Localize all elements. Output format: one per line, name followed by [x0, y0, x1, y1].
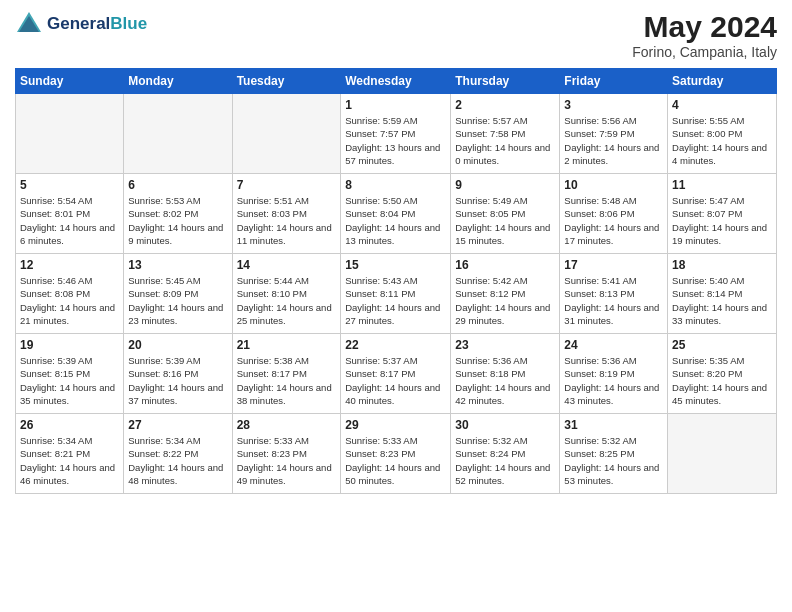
day-info: Sunrise: 5:59 AM Sunset: 7:57 PM Dayligh… [345, 114, 446, 167]
day-info: Sunrise: 5:49 AM Sunset: 8:05 PM Dayligh… [455, 194, 555, 247]
calendar-cell: 21Sunrise: 5:38 AM Sunset: 8:17 PM Dayli… [232, 334, 341, 414]
calendar-cell: 18Sunrise: 5:40 AM Sunset: 8:14 PM Dayli… [668, 254, 777, 334]
weekday-header: Tuesday [232, 69, 341, 94]
day-number: 5 [20, 178, 119, 192]
weekday-header: Saturday [668, 69, 777, 94]
calendar-cell [668, 414, 777, 494]
day-number: 22 [345, 338, 446, 352]
day-number: 26 [20, 418, 119, 432]
day-info: Sunrise: 5:32 AM Sunset: 8:24 PM Dayligh… [455, 434, 555, 487]
weekday-header: Thursday [451, 69, 560, 94]
day-info: Sunrise: 5:33 AM Sunset: 8:23 PM Dayligh… [237, 434, 337, 487]
day-info: Sunrise: 5:36 AM Sunset: 8:19 PM Dayligh… [564, 354, 663, 407]
day-number: 9 [455, 178, 555, 192]
calendar-week-row: 5Sunrise: 5:54 AM Sunset: 8:01 PM Daylig… [16, 174, 777, 254]
day-number: 16 [455, 258, 555, 272]
calendar-week-row: 26Sunrise: 5:34 AM Sunset: 8:21 PM Dayli… [16, 414, 777, 494]
day-info: Sunrise: 5:48 AM Sunset: 8:06 PM Dayligh… [564, 194, 663, 247]
calendar-cell: 17Sunrise: 5:41 AM Sunset: 8:13 PM Dayli… [560, 254, 668, 334]
calendar-cell: 28Sunrise: 5:33 AM Sunset: 8:23 PM Dayli… [232, 414, 341, 494]
day-number: 31 [564, 418, 663, 432]
page: GeneralBlue May 2024 Forino, Campania, I… [0, 0, 792, 612]
day-info: Sunrise: 5:55 AM Sunset: 8:00 PM Dayligh… [672, 114, 772, 167]
calendar-cell: 2Sunrise: 5:57 AM Sunset: 7:58 PM Daylig… [451, 94, 560, 174]
day-number: 18 [672, 258, 772, 272]
weekday-header: Sunday [16, 69, 124, 94]
calendar-cell: 5Sunrise: 5:54 AM Sunset: 8:01 PM Daylig… [16, 174, 124, 254]
day-info: Sunrise: 5:32 AM Sunset: 8:25 PM Dayligh… [564, 434, 663, 487]
day-info: Sunrise: 5:51 AM Sunset: 8:03 PM Dayligh… [237, 194, 337, 247]
day-info: Sunrise: 5:56 AM Sunset: 7:59 PM Dayligh… [564, 114, 663, 167]
calendar-week-row: 19Sunrise: 5:39 AM Sunset: 8:15 PM Dayli… [16, 334, 777, 414]
header: GeneralBlue May 2024 Forino, Campania, I… [15, 10, 777, 60]
day-info: Sunrise: 5:46 AM Sunset: 8:08 PM Dayligh… [20, 274, 119, 327]
calendar-cell: 6Sunrise: 5:53 AM Sunset: 8:02 PM Daylig… [124, 174, 232, 254]
day-number: 27 [128, 418, 227, 432]
day-info: Sunrise: 5:57 AM Sunset: 7:58 PM Dayligh… [455, 114, 555, 167]
calendar-cell: 25Sunrise: 5:35 AM Sunset: 8:20 PM Dayli… [668, 334, 777, 414]
day-info: Sunrise: 5:35 AM Sunset: 8:20 PM Dayligh… [672, 354, 772, 407]
calendar-cell: 14Sunrise: 5:44 AM Sunset: 8:10 PM Dayli… [232, 254, 341, 334]
calendar-cell: 12Sunrise: 5:46 AM Sunset: 8:08 PM Dayli… [16, 254, 124, 334]
logo-text: GeneralBlue [47, 15, 147, 34]
day-number: 24 [564, 338, 663, 352]
calendar-cell [124, 94, 232, 174]
day-number: 1 [345, 98, 446, 112]
day-number: 28 [237, 418, 337, 432]
day-info: Sunrise: 5:39 AM Sunset: 8:16 PM Dayligh… [128, 354, 227, 407]
calendar-week-row: 1Sunrise: 5:59 AM Sunset: 7:57 PM Daylig… [16, 94, 777, 174]
calendar-cell: 15Sunrise: 5:43 AM Sunset: 8:11 PM Dayli… [341, 254, 451, 334]
day-number: 20 [128, 338, 227, 352]
day-info: Sunrise: 5:53 AM Sunset: 8:02 PM Dayligh… [128, 194, 227, 247]
day-info: Sunrise: 5:44 AM Sunset: 8:10 PM Dayligh… [237, 274, 337, 327]
day-info: Sunrise: 5:38 AM Sunset: 8:17 PM Dayligh… [237, 354, 337, 407]
day-number: 30 [455, 418, 555, 432]
day-number: 6 [128, 178, 227, 192]
day-info: Sunrise: 5:36 AM Sunset: 8:18 PM Dayligh… [455, 354, 555, 407]
day-info: Sunrise: 5:50 AM Sunset: 8:04 PM Dayligh… [345, 194, 446, 247]
calendar-cell: 4Sunrise: 5:55 AM Sunset: 8:00 PM Daylig… [668, 94, 777, 174]
day-number: 3 [564, 98, 663, 112]
logo-line2: Blue [110, 14, 147, 33]
calendar-cell: 7Sunrise: 5:51 AM Sunset: 8:03 PM Daylig… [232, 174, 341, 254]
day-number: 21 [237, 338, 337, 352]
calendar-cell: 23Sunrise: 5:36 AM Sunset: 8:18 PM Dayli… [451, 334, 560, 414]
calendar: SundayMondayTuesdayWednesdayThursdayFrid… [15, 68, 777, 494]
day-number: 15 [345, 258, 446, 272]
location: Forino, Campania, Italy [632, 44, 777, 60]
day-info: Sunrise: 5:40 AM Sunset: 8:14 PM Dayligh… [672, 274, 772, 327]
month-title: May 2024 [632, 10, 777, 44]
day-number: 8 [345, 178, 446, 192]
day-number: 29 [345, 418, 446, 432]
logo-line1: General [47, 14, 110, 33]
calendar-cell: 31Sunrise: 5:32 AM Sunset: 8:25 PM Dayli… [560, 414, 668, 494]
day-info: Sunrise: 5:34 AM Sunset: 8:21 PM Dayligh… [20, 434, 119, 487]
calendar-cell: 11Sunrise: 5:47 AM Sunset: 8:07 PM Dayli… [668, 174, 777, 254]
calendar-cell: 27Sunrise: 5:34 AM Sunset: 8:22 PM Dayli… [124, 414, 232, 494]
calendar-cell: 24Sunrise: 5:36 AM Sunset: 8:19 PM Dayli… [560, 334, 668, 414]
day-info: Sunrise: 5:33 AM Sunset: 8:23 PM Dayligh… [345, 434, 446, 487]
weekday-header-row: SundayMondayTuesdayWednesdayThursdayFrid… [16, 69, 777, 94]
day-number: 12 [20, 258, 119, 272]
calendar-cell: 19Sunrise: 5:39 AM Sunset: 8:15 PM Dayli… [16, 334, 124, 414]
day-number: 17 [564, 258, 663, 272]
weekday-header: Wednesday [341, 69, 451, 94]
day-info: Sunrise: 5:34 AM Sunset: 8:22 PM Dayligh… [128, 434, 227, 487]
day-info: Sunrise: 5:47 AM Sunset: 8:07 PM Dayligh… [672, 194, 772, 247]
day-info: Sunrise: 5:54 AM Sunset: 8:01 PM Dayligh… [20, 194, 119, 247]
day-info: Sunrise: 5:43 AM Sunset: 8:11 PM Dayligh… [345, 274, 446, 327]
weekday-header: Monday [124, 69, 232, 94]
calendar-cell [16, 94, 124, 174]
day-info: Sunrise: 5:39 AM Sunset: 8:15 PM Dayligh… [20, 354, 119, 407]
day-info: Sunrise: 5:41 AM Sunset: 8:13 PM Dayligh… [564, 274, 663, 327]
logo: GeneralBlue [15, 10, 147, 38]
calendar-cell: 26Sunrise: 5:34 AM Sunset: 8:21 PM Dayli… [16, 414, 124, 494]
calendar-cell: 16Sunrise: 5:42 AM Sunset: 8:12 PM Dayli… [451, 254, 560, 334]
day-number: 10 [564, 178, 663, 192]
calendar-cell: 20Sunrise: 5:39 AM Sunset: 8:16 PM Dayli… [124, 334, 232, 414]
calendar-cell: 3Sunrise: 5:56 AM Sunset: 7:59 PM Daylig… [560, 94, 668, 174]
day-info: Sunrise: 5:45 AM Sunset: 8:09 PM Dayligh… [128, 274, 227, 327]
title-block: May 2024 Forino, Campania, Italy [632, 10, 777, 60]
calendar-cell [232, 94, 341, 174]
day-number: 19 [20, 338, 119, 352]
